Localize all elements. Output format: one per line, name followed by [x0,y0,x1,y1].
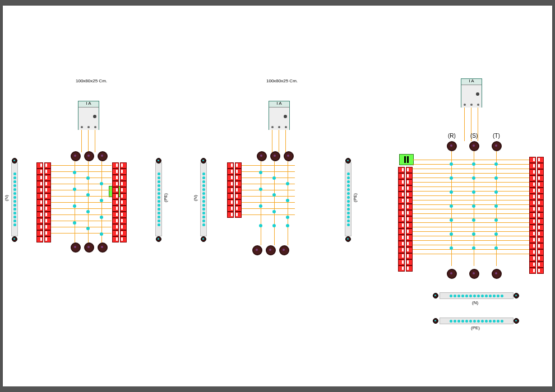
bus-node [279,245,289,255]
bus-node [447,141,457,151]
phase-s: (S) [470,133,478,139]
main-breaker-3: I A [461,78,482,108]
phase-t: (T) [493,133,500,139]
bar-end [12,158,17,164]
bus-node [492,141,502,151]
terminal-strip-right-3b [537,157,544,274]
main-breaker-1: I A [78,101,99,130]
bar-end [345,158,351,164]
panel-2-title: 100x80x25 Cm. [266,78,298,83]
bar-end [156,158,161,164]
pe-label-2: (PE) [353,193,358,202]
pe-bar-2 [345,162,351,236]
bar-end [433,293,438,298]
bus-node [71,151,81,161]
neutral-bar-2 [200,162,207,236]
pe-label-3: (PE) [471,325,480,330]
terminal-strip-right-1b [120,162,127,242]
terminal-strip-left-3 [398,167,405,272]
bar-end [345,236,351,242]
pe-bar-3 [440,318,514,324]
terminal-strip-left-2 [227,162,234,218]
n-label-3: (N) [472,300,478,305]
terminal-strip-left-1b [44,162,51,242]
pe-bar-1 [155,162,162,236]
pe-label-1: (PE) [163,193,168,202]
phase-r: (R) [448,133,456,139]
main-breaker-2: I A [269,101,290,130]
bus-node [98,151,108,161]
bus-node [492,269,502,279]
neutral-bar-1 [11,162,18,236]
bus-node [84,151,94,161]
breaker-1-label: I A [78,101,99,106]
bus-node [284,151,294,161]
panel-1: 100x80x25 Cm. I A [31,78,171,258]
mini-breaker-3 [399,154,414,165]
bus-node [84,242,94,253]
bus-node [270,151,280,161]
bus-node [447,269,457,279]
terminal-strip-left-3b [406,167,413,272]
bar-end [201,158,206,164]
neutral-bar-3 [440,292,514,299]
bus-node [257,151,267,161]
n-label-1: (N) [4,195,9,201]
bar-end [12,236,17,242]
n-label-2: (N) [193,195,198,201]
bus-node [98,242,108,253]
bar-end [156,236,161,242]
bus-node [469,141,479,151]
terminal-strip-left-1 [36,162,43,242]
bus-node [252,245,262,255]
breaker-2-label: I A [269,101,289,106]
bar-end [514,293,519,298]
bar-end [433,318,438,324]
terminal-strip-right-3 [529,157,536,274]
bar-end [514,318,519,324]
bus-node [469,269,479,279]
drawing-canvas: 100x80x25 Cm. I A [3,6,552,386]
panel-2: 100x80x25 Cm. I A [221,78,362,258]
bus-node [71,242,81,253]
bus-node [266,245,276,255]
terminal-strip-left-2b [235,162,242,218]
panel-1-title: 100x80x25 Cm. [76,78,107,83]
terminal-strip-right-1 [112,162,119,242]
panel-3: I A (R) (S) (T) [392,73,552,342]
breaker-3-label: I A [461,78,482,83]
bar-end [201,236,206,242]
